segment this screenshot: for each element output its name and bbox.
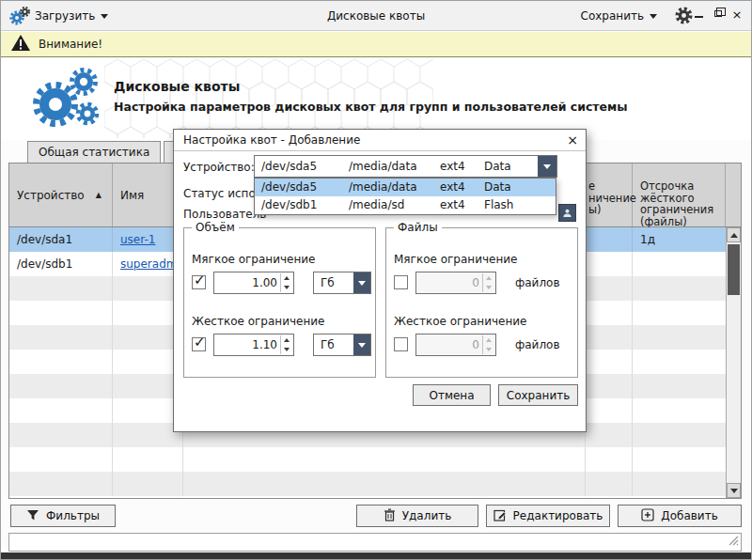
- cancel-button[interactable]: Отмена: [413, 384, 491, 406]
- spinner-arrows[interactable]: [280, 273, 292, 292]
- save-menu-label: Сохранить: [581, 9, 645, 23]
- scroll-up-button[interactable]: [727, 227, 741, 242]
- arrow-up-icon: [284, 276, 290, 280]
- warning-banner: Внимание!: [1, 32, 751, 57]
- volume-soft-limit-label: Мягкое ограничение: [192, 253, 315, 266]
- chevron-down-icon: [543, 164, 551, 169]
- chevron-down-icon: [353, 334, 370, 355]
- arrow-down-icon: [486, 286, 492, 289]
- column-header-device[interactable]: Устройство ▲: [9, 163, 113, 226]
- tab-general-statistics[interactable]: Общая статистика: [27, 141, 161, 163]
- cell-hard-limit-files: [586, 252, 633, 276]
- minimize-icon: [695, 16, 703, 18]
- funnel-icon: [26, 508, 39, 524]
- filters-button-label: Фильтры: [46, 509, 100, 522]
- vertical-scrollbar[interactable]: [726, 227, 741, 498]
- user-link[interactable]: user-1: [120, 233, 155, 246]
- trash-icon: [384, 508, 396, 524]
- dialog-close-button[interactable]: ×: [567, 133, 578, 147]
- volume-soft-limit-spinbox[interactable]: 1.00: [213, 272, 294, 294]
- cell-device: /dev/sda1: [9, 227, 113, 252]
- gears-icon: [25, 63, 104, 137]
- volume-hard-limit-checkbox[interactable]: ✓: [192, 337, 206, 351]
- files-hard-limit-spinbox[interactable]: 0: [415, 334, 496, 356]
- add-button-label: Добавить: [661, 509, 717, 522]
- arrow-down-icon: [486, 348, 492, 351]
- header-fragment-line: ы): [588, 204, 632, 216]
- table-row-empty: [9, 472, 726, 496]
- spinner-arrows[interactable]: [280, 335, 292, 354]
- arrow-down-icon: [730, 489, 738, 493]
- arrow-up-icon: [730, 233, 738, 238]
- save-menu-button[interactable]: Сохранить: [581, 6, 658, 26]
- spinner-arrows[interactable]: [482, 273, 494, 292]
- warning-text: Внимание!: [39, 38, 102, 51]
- files-hard-limit-checkbox[interactable]: [394, 337, 408, 351]
- files-legend: Файлы: [394, 221, 442, 234]
- table-row-empty: [9, 447, 726, 472]
- user-link[interactable]: superadm: [120, 257, 177, 271]
- spinner-arrows[interactable]: [482, 335, 494, 354]
- volume-groupbox: Объём Мягкое ограничение ✓ 1.00 Гб Жестк…: [183, 227, 376, 378]
- device-combobox[interactable]: /dev/sda5 /media/data ext4 Data: [254, 155, 557, 178]
- chevron-down-icon: [353, 272, 370, 293]
- app-window: Загрузить Дисковые квоты Сохранить ×: [0, 0, 752, 560]
- warning-triangle-icon: [10, 34, 31, 54]
- column-header-grace-label: Отсрочка жёсткого ограничения (файлы): [640, 179, 713, 228]
- minimize-button[interactable]: [693, 6, 706, 23]
- status-bar: [8, 533, 742, 552]
- files-groupbox: Файлы Мягкое ограничение 0 файлов Жестко…: [385, 227, 578, 378]
- scroll-down-button[interactable]: [727, 483, 741, 498]
- combo-fs: ext4: [440, 156, 465, 177]
- column-header-hard-limit-files-partial[interactable]: е ничение ы): [586, 163, 633, 226]
- delete-button[interactable]: Удалить: [356, 505, 478, 527]
- arrow-down-icon: [284, 348, 290, 351]
- check-icon: ✓: [194, 334, 206, 350]
- resize-grip[interactable]: [728, 536, 739, 549]
- user-icon: [562, 208, 572, 218]
- edit-button[interactable]: Редактировать: [486, 505, 610, 527]
- settings-gear-icon[interactable]: [675, 7, 693, 27]
- load-menu-button[interactable]: Загрузить: [35, 6, 108, 26]
- files-soft-suffix: файлов: [515, 272, 560, 294]
- dialog-titlebar[interactable]: Настройка квот - Добавление ×: [174, 130, 586, 151]
- arrow-up-icon: [486, 276, 492, 280]
- volume-hard-limit-label: Жесткое ограничение: [192, 315, 324, 328]
- device-label: Устройство:: [183, 161, 255, 174]
- maximize-icon: [714, 10, 722, 17]
- add-button[interactable]: Добавить: [618, 505, 742, 527]
- device-dropdown-list: /dev/sda5 /media/data ext4 Data /dev/sdb…: [254, 178, 556, 215]
- load-menu-label: Загрузить: [35, 9, 95, 23]
- arrow-down-icon: [284, 286, 290, 289]
- app-gears-icon: [8, 6, 31, 29]
- dropdown-option-sdb1[interactable]: /dev/sdb1 /media/sd ext4 Flash: [255, 196, 556, 214]
- column-header-grace-period[interactable]: Отсрочка жёсткого ограничения (файлы): [633, 163, 726, 226]
- volume-soft-limit-checkbox[interactable]: ✓: [192, 275, 206, 289]
- files-hard-suffix: файлов: [515, 334, 560, 356]
- chevron-down-icon: [101, 14, 108, 19]
- files-soft-limit-checkbox[interactable]: [394, 275, 408, 289]
- window-controls: ×: [693, 6, 744, 23]
- column-header-filler: [726, 163, 741, 226]
- user-picker-button[interactable]: [558, 204, 576, 222]
- volume-legend: Объём: [192, 221, 239, 234]
- maximize-button[interactable]: [712, 6, 725, 23]
- column-header-device-label: Устройство: [17, 189, 85, 202]
- plus-icon: [641, 508, 654, 524]
- files-soft-limit-label: Мягкое ограничение: [394, 253, 517, 266]
- volume-soft-unit-dropdown[interactable]: Гб: [313, 272, 371, 294]
- filters-button[interactable]: Фильтры: [10, 505, 116, 527]
- dropdown-option-sda5[interactable]: /dev/sda5 /media/data ext4 Data: [255, 179, 556, 196]
- volume-hard-limit-spinbox[interactable]: 1.10: [213, 334, 294, 356]
- combobox-dropdown-button[interactable]: [538, 156, 556, 177]
- scrollbar-thumb[interactable]: [728, 244, 740, 295]
- page-title: Дисковые квоты: [114, 79, 240, 94]
- window-bottom-edge: [1, 552, 751, 559]
- arrow-up-icon: [284, 338, 290, 342]
- files-soft-limit-spinbox[interactable]: 0: [415, 272, 496, 294]
- close-button[interactable]: ×: [730, 6, 744, 23]
- combo-label: Data: [484, 156, 511, 177]
- save-button[interactable]: Сохранить: [498, 384, 578, 406]
- page-subtitle: Настройка параметров дисковых квот для г…: [114, 100, 628, 114]
- volume-hard-unit-dropdown[interactable]: Гб: [313, 334, 371, 356]
